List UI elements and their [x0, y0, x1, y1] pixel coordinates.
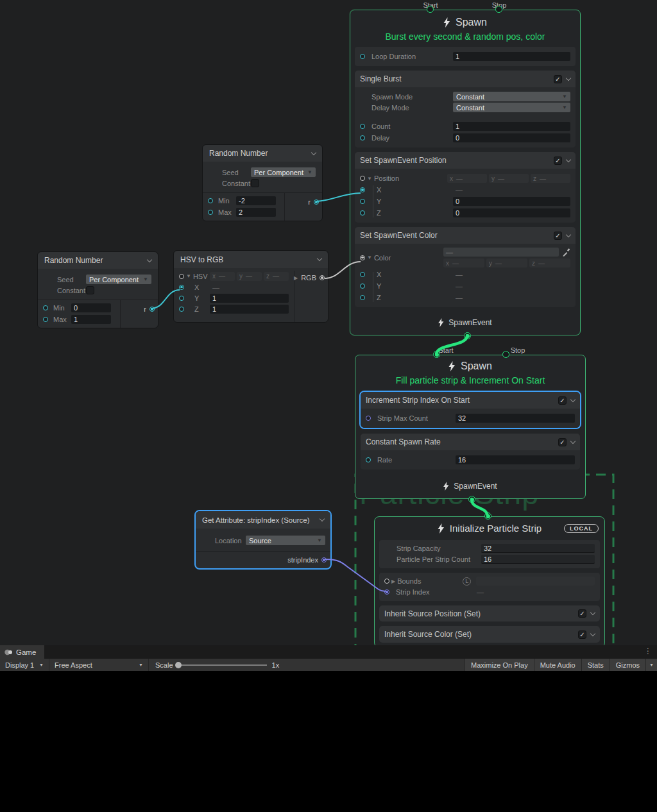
block-enabled-checkbox[interactable]: ✓: [558, 396, 567, 405]
input-port[interactable]: [179, 296, 184, 301]
input-port[interactable]: [360, 135, 365, 140]
input-port[interactable]: [360, 199, 365, 204]
constant-checkbox[interactable]: [251, 179, 259, 187]
block-header[interactable]: Constant Spawn Rate ✓: [361, 434, 580, 450]
expander-icon[interactable]: ▶: [391, 579, 395, 584]
seed-dropdown[interactable]: Per Component▼: [251, 167, 316, 177]
input-port[interactable]: [43, 317, 48, 322]
color-swatch[interactable]: —: [443, 248, 559, 257]
node-random-number-pos[interactable]: Random Number Seed Per Component▼ Consta…: [202, 144, 323, 221]
flow-port-stop[interactable]: [495, 6, 502, 13]
min-field[interactable]: -2: [236, 196, 276, 205]
block-header[interactable]: Set SpawnEvent Position ✓: [355, 152, 576, 169]
expander-icon[interactable]: ▼: [186, 273, 191, 279]
loop-duration-field[interactable]: 1: [453, 52, 570, 61]
node-initialize-particle-strip[interactable]: Initialize Particle Strip LOCAL Strip Ca…: [374, 516, 605, 645]
maximize-on-play-button[interactable]: Maximize On Play: [465, 659, 534, 671]
hsv-y-field[interactable]: 1: [210, 294, 289, 303]
scale-slider[interactable]: [178, 664, 267, 666]
input-port[interactable]: [366, 457, 371, 462]
chevron-down-icon[interactable]: [311, 149, 316, 155]
chevron-down-icon[interactable]: [147, 257, 152, 262]
input-port-connected[interactable]: [384, 589, 389, 595]
input-port[interactable]: [360, 54, 365, 59]
constant-checkbox[interactable]: [86, 286, 94, 294]
input-port[interactable]: [208, 198, 213, 203]
block-enabled-checkbox[interactable]: ✓: [554, 75, 562, 83]
delay-field[interactable]: 0: [453, 133, 570, 142]
max-field[interactable]: 2: [236, 208, 276, 217]
stats-button[interactable]: Stats: [581, 659, 610, 671]
node-header[interactable]: Random Number: [38, 252, 158, 269]
vfx-graph-canvas[interactable]: Particle Strip Start Stop Spawn Burst ev…: [0, 0, 657, 645]
block-enabled-checkbox[interactable]: ✓: [578, 630, 586, 639]
chevron-down-icon[interactable]: [566, 156, 571, 162]
tab-game[interactable]: Game: [0, 645, 44, 659]
flow-port-spawnevent-out[interactable]: [464, 332, 471, 339]
node-hsv-to-rgb[interactable]: HSV to RGB ▼ HSV x— y— z—: [173, 250, 328, 323]
output-port-connected[interactable]: [320, 275, 325, 280]
node-random-number-hue[interactable]: Random Number Seed Per Component▼ Consta…: [37, 251, 158, 328]
input-port[interactable]: [360, 272, 365, 277]
display-dropdown[interactable]: Display 1 ▼: [0, 659, 49, 671]
max-field[interactable]: 1: [71, 315, 111, 324]
input-port[interactable]: [384, 579, 389, 584]
block-enabled-checkbox[interactable]: ✓: [578, 609, 586, 618]
input-port[interactable]: [360, 295, 365, 300]
node-header[interactable]: Get Attribute: stripIndex (Source): [196, 511, 330, 529]
position-y-field[interactable]: 0: [453, 197, 570, 206]
node-header[interactable]: HSV to RGB: [174, 251, 328, 268]
input-port[interactable]: [360, 124, 365, 129]
rate-field[interactable]: 16: [456, 455, 575, 464]
expander-icon[interactable]: ▼: [367, 176, 372, 182]
flow-port-start-connected[interactable]: [433, 351, 440, 358]
input-port-connected[interactable]: [360, 187, 365, 192]
node-header[interactable]: Spawn: [350, 15, 580, 30]
input-port-connected[interactable]: [360, 255, 365, 260]
chevron-down-icon[interactable]: [590, 631, 595, 636]
chevron-down-icon[interactable]: [570, 438, 576, 443]
chevron-down-icon[interactable]: [320, 516, 325, 521]
node-header[interactable]: Spawn: [355, 359, 585, 374]
chevron-down-icon[interactable]: [566, 75, 571, 80]
min-field[interactable]: 0: [71, 303, 111, 312]
delay-mode-dropdown[interactable]: Constant▼: [453, 103, 570, 112]
seed-dropdown[interactable]: Per Component▼: [86, 275, 151, 284]
input-port[interactable]: [179, 307, 184, 312]
node-header[interactable]: Random Number: [203, 145, 322, 162]
input-port[interactable]: [179, 274, 184, 279]
flow-port-stop[interactable]: [502, 351, 509, 358]
block-header[interactable]: Set SpawnEvent Color ✓: [355, 227, 576, 244]
flow-port-start[interactable]: [427, 6, 434, 13]
input-port[interactable]: [360, 176, 365, 181]
input-port[interactable]: [366, 416, 371, 421]
input-port-connected[interactable]: [179, 285, 184, 290]
chevron-down-icon[interactable]: [566, 232, 571, 237]
chevron-down-icon[interactable]: [590, 610, 595, 615]
output-port-connected[interactable]: [314, 199, 319, 205]
count-field[interactable]: 1: [453, 122, 570, 131]
particle-per-strip-field[interactable]: 16: [481, 555, 595, 564]
location-dropdown[interactable]: Source▼: [246, 536, 325, 545]
block-header[interactable]: Inherit Source Color (Set) ✓: [379, 626, 600, 643]
spawn-mode-dropdown[interactable]: Constant▼: [453, 92, 570, 101]
expander-icon[interactable]: ▼: [367, 255, 372, 260]
output-port-connected[interactable]: [149, 307, 155, 312]
eyedropper-icon[interactable]: [562, 248, 570, 257]
flow-port-in-connected[interactable]: [484, 512, 491, 520]
node-spawn-burst[interactable]: Start Stop Spawn Burst every second & ra…: [350, 10, 581, 335]
expander-icon[interactable]: ▶: [294, 275, 298, 281]
node-spawn-strip[interactable]: Start Stop Spawn Fill particle strip & I…: [355, 355, 586, 499]
scale-slider-knob[interactable]: [175, 662, 182, 668]
chevron-down-icon[interactable]: [317, 256, 322, 261]
node-get-attribute-stripindex[interactable]: Get Attribute: stripIndex (Source) Locat…: [194, 510, 332, 570]
mute-audio-button[interactable]: Mute Audio: [534, 659, 581, 671]
block-enabled-checkbox[interactable]: ✓: [554, 156, 562, 165]
position-z-field[interactable]: 0: [453, 208, 570, 217]
strip-capacity-field[interactable]: 32: [481, 544, 595, 553]
input-port[interactable]: [360, 210, 365, 216]
input-port[interactable]: [208, 210, 213, 215]
gizmos-button[interactable]: Gizmos: [610, 659, 645, 671]
block-header[interactable]: Single Burst ✓: [355, 71, 576, 87]
block-enabled-checkbox[interactable]: ✓: [558, 438, 567, 446]
